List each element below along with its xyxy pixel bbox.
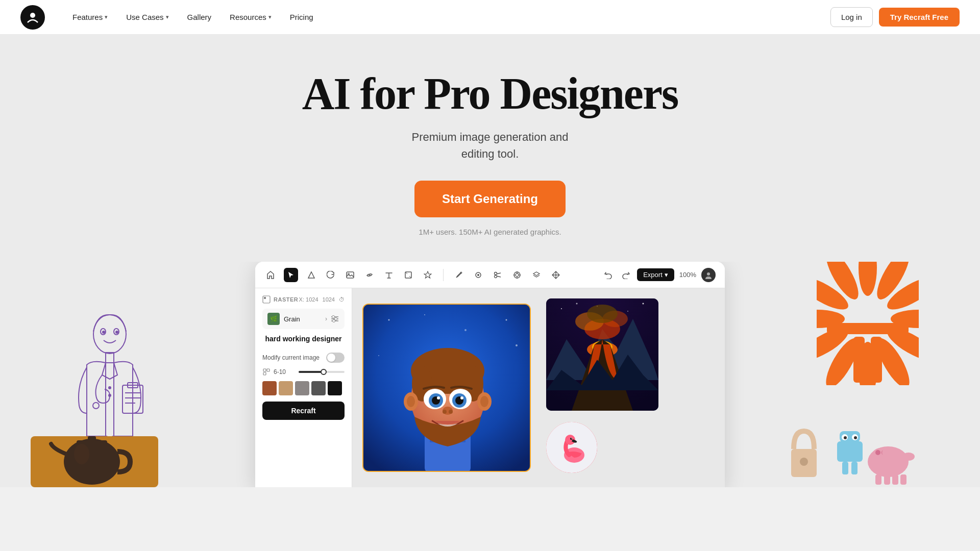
svg-point-115 bbox=[576, 303, 578, 305]
home-tool-icon[interactable] bbox=[264, 269, 277, 281]
resources-chevron-icon: ▾ bbox=[268, 14, 272, 20]
swatch-3[interactable] bbox=[295, 381, 309, 395]
svg-point-54 bbox=[854, 436, 857, 439]
svg-rect-56 bbox=[851, 462, 857, 474]
nav-resources[interactable]: Resources ▾ bbox=[223, 9, 279, 26]
move-tool-icon[interactable] bbox=[550, 269, 562, 281]
main-canvas-image[interactable] bbox=[362, 304, 531, 472]
redo-button[interactable] bbox=[620, 269, 632, 281]
nav-features[interactable]: Features ▾ bbox=[65, 9, 115, 26]
range-track[interactable] bbox=[299, 371, 345, 373]
fill-tool-icon[interactable] bbox=[472, 269, 484, 281]
panel-prompt-text: hard working designer bbox=[262, 334, 345, 344]
panel-style-left: 🌿 Grain bbox=[267, 313, 300, 325]
svg-point-81 bbox=[333, 320, 335, 322]
scissors-tool-icon[interactable] bbox=[492, 269, 504, 281]
misc-illustrations bbox=[776, 421, 929, 487]
svg-point-7 bbox=[93, 403, 99, 409]
svg-point-88 bbox=[464, 329, 467, 331]
svg-rect-75 bbox=[264, 297, 266, 299]
swatch-5[interactable] bbox=[328, 381, 342, 395]
swatch-1[interactable] bbox=[262, 381, 277, 395]
panel-style-section[interactable]: 🌿 Grain › bbox=[262, 309, 345, 329]
panel-range-control: 6-10 bbox=[262, 368, 345, 376]
svg-point-21 bbox=[74, 444, 89, 464]
nav-links: Features ▾ Use Cases ▾ Gallery Resources… bbox=[65, 9, 830, 26]
svg-point-111 bbox=[443, 410, 447, 414]
canvas-side-images bbox=[541, 288, 664, 487]
layers-tool-icon[interactable] bbox=[530, 269, 543, 281]
features-chevron-icon: ▾ bbox=[105, 14, 108, 20]
nav-pricing[interactable]: Pricing bbox=[283, 9, 321, 26]
svg-point-4 bbox=[103, 331, 105, 333]
modify-toggle[interactable] bbox=[326, 353, 345, 363]
hero-section: AI for Pro Designers Premium image gener… bbox=[0, 35, 980, 487]
swatch-4[interactable] bbox=[311, 381, 326, 395]
svg-rect-43 bbox=[875, 474, 881, 485]
user-avatar[interactable] bbox=[701, 268, 716, 282]
svg-point-5 bbox=[116, 331, 118, 333]
pen-tool-icon[interactable] bbox=[453, 269, 465, 281]
panel-type-badge: RASTER bbox=[262, 295, 298, 304]
svg-rect-20 bbox=[88, 436, 96, 441]
svg-point-108 bbox=[437, 396, 440, 399]
range-fill bbox=[299, 371, 322, 373]
svg-point-39 bbox=[875, 450, 880, 455]
svg-point-62 bbox=[477, 274, 479, 276]
svg-line-65 bbox=[497, 273, 501, 274]
svg-point-64 bbox=[495, 275, 497, 278]
refresh-tool-icon[interactable] bbox=[325, 269, 337, 281]
svg-point-118 bbox=[643, 303, 644, 305]
toolbar-right: Export ▾ 100% bbox=[602, 268, 716, 282]
svg-rect-36 bbox=[827, 323, 909, 334]
nav-use-cases[interactable]: Use Cases ▾ bbox=[119, 9, 176, 26]
toolbar-separator-1 bbox=[443, 269, 444, 281]
svg-point-48 bbox=[800, 458, 808, 466]
modify-label: Modify current image bbox=[262, 354, 320, 361]
svg-point-22 bbox=[859, 262, 877, 296]
hero-title: AI for Pro Designers bbox=[20, 70, 960, 117]
logo-icon bbox=[20, 5, 45, 30]
hero-stats: 1M+ users. 150M+ AI generated graphics. bbox=[20, 228, 960, 236]
range-thumb bbox=[321, 369, 327, 375]
undo-button[interactable] bbox=[602, 269, 615, 281]
svg-rect-83 bbox=[267, 369, 270, 371]
svg-point-112 bbox=[449, 410, 453, 414]
recraft-button[interactable]: Recraft bbox=[262, 402, 345, 420]
svg-point-91 bbox=[516, 344, 518, 346]
grain-label: Grain bbox=[284, 315, 300, 323]
svg-point-101 bbox=[480, 396, 488, 407]
login-button[interactable]: Log in bbox=[830, 7, 873, 27]
star-tool-icon[interactable] bbox=[422, 269, 434, 281]
resize-tool-icon[interactable] bbox=[402, 269, 414, 281]
image-tool-icon[interactable] bbox=[344, 269, 356, 281]
panel-modify-option: Modify current image bbox=[262, 353, 345, 363]
canvas-area bbox=[352, 288, 725, 487]
link-tool-icon[interactable] bbox=[363, 269, 376, 281]
range-label: 6-10 bbox=[274, 368, 286, 375]
text-tool-icon[interactable] bbox=[383, 269, 395, 281]
svg-rect-45 bbox=[892, 474, 898, 485]
svg-point-125 bbox=[546, 422, 597, 473]
logo[interactable] bbox=[20, 5, 45, 30]
svg-point-79 bbox=[332, 316, 335, 318]
svg-point-9 bbox=[109, 394, 111, 396]
svg-point-0 bbox=[30, 13, 35, 18]
panel-coords: X: 1024 1024 ⏱ bbox=[299, 296, 345, 303]
svg-point-73 bbox=[707, 272, 710, 276]
export-button[interactable]: Export ▾ bbox=[637, 268, 674, 281]
export-chevron-icon: ▾ bbox=[665, 271, 668, 279]
svg-point-63 bbox=[495, 272, 497, 274]
swatch-2[interactable] bbox=[279, 381, 293, 395]
target-tool-icon[interactable] bbox=[511, 269, 523, 281]
try-free-button[interactable]: Try Recraft Free bbox=[879, 8, 960, 27]
start-generating-button[interactable]: Start Generating bbox=[414, 181, 566, 217]
svg-point-68 bbox=[516, 273, 519, 277]
svg-rect-35 bbox=[871, 337, 882, 383]
svg-point-129 bbox=[571, 438, 572, 439]
select-tool-icon[interactable] bbox=[284, 268, 298, 282]
svg-rect-49 bbox=[837, 441, 863, 462]
svg-rect-46 bbox=[900, 474, 906, 485]
triangle-tool-icon[interactable] bbox=[305, 269, 317, 281]
nav-gallery[interactable]: Gallery bbox=[180, 9, 219, 26]
